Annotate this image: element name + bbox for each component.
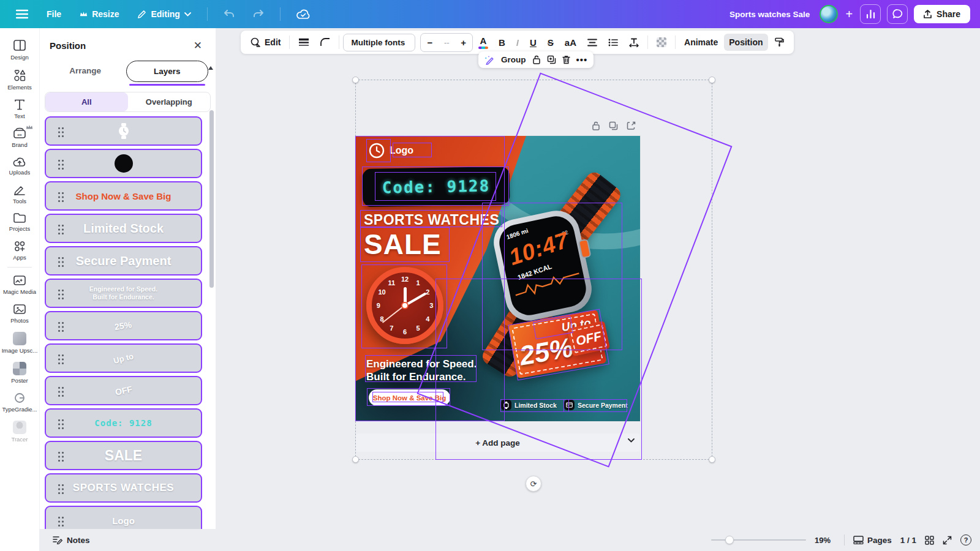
- layer-item-off[interactable]: OFF: [45, 376, 202, 405]
- editing-mode-dropdown[interactable]: Editing: [130, 4, 198, 24]
- rotate-handle[interactable]: ⟳: [526, 476, 541, 492]
- layer-item-code[interactable]: Code: 9128: [45, 408, 202, 438]
- resize-handle-bottom-right[interactable]: [709, 456, 715, 463]
- comments-icon[interactable]: [887, 4, 908, 24]
- sidebar-item-apps[interactable]: Apps: [1, 236, 38, 264]
- sidebar-item-poster[interactable]: Poster: [1, 358, 38, 388]
- fullscreen-icon[interactable]: [943, 536, 952, 545]
- help-button[interactable]: ?: [960, 534, 971, 545]
- copy-style-button[interactable]: [769, 34, 789, 51]
- drag-handle-icon[interactable]: [58, 192, 64, 202]
- add-member-button[interactable]: +: [845, 7, 853, 21]
- lock-icon[interactable]: [592, 121, 600, 130]
- drag-handle-icon[interactable]: [58, 387, 64, 397]
- drag-handle-icon[interactable]: [58, 419, 64, 429]
- poster-logo[interactable]: Logo: [369, 143, 413, 159]
- drag-handle-icon[interactable]: [58, 354, 64, 364]
- close-icon[interactable]: ✕: [194, 40, 202, 51]
- text-align-icon[interactable]: [582, 35, 602, 50]
- border-radius-icon[interactable]: [315, 34, 335, 50]
- layer-item-secure-payment[interactable]: Secure Payment: [45, 246, 202, 276]
- cloud-save-status-icon[interactable]: [289, 4, 317, 24]
- sidebar-item-photos[interactable]: Photos: [1, 299, 38, 328]
- sidebar-item-magic-media[interactable]: Magic Media: [1, 270, 38, 299]
- filter-all[interactable]: All: [45, 92, 128, 111]
- italic-button[interactable]: I: [511, 34, 524, 51]
- duplicate-icon[interactable]: [609, 121, 618, 130]
- text-color-button[interactable]: A: [474, 34, 492, 51]
- resize-handle-top-left[interactable]: [352, 77, 359, 83]
- layer-item-25pct[interactable]: 25%: [45, 311, 202, 340]
- panel-scrollbar[interactable]: [209, 110, 214, 288]
- secure-payment-badge[interactable]: Secure Payment: [564, 400, 628, 410]
- sidebar-item-typegradient[interactable]: TypeGradie...: [1, 388, 38, 416]
- filter-overlapping[interactable]: Overlapping: [128, 92, 211, 111]
- scroll-up-arrow-icon[interactable]: [208, 66, 213, 70]
- share-button[interactable]: Share: [914, 5, 970, 23]
- grid-view-icon[interactable]: [925, 536, 934, 545]
- lock-icon[interactable]: [532, 55, 541, 64]
- drag-handle-icon[interactable]: [58, 127, 64, 137]
- sidebar-item-tools[interactable]: Tools: [1, 179, 38, 208]
- collapse-pages-icon[interactable]: [628, 438, 635, 443]
- sidebar-item-tracer[interactable]: Tracer: [1, 416, 38, 446]
- animate-button[interactable]: Animate: [679, 34, 723, 51]
- more-options-button[interactable]: •••: [576, 54, 588, 65]
- pages-button[interactable]: Pages: [853, 536, 892, 545]
- drag-handle-icon[interactable]: [58, 160, 64, 170]
- bullet-list-icon[interactable]: [603, 35, 623, 50]
- document-title[interactable]: Sports watches Sale: [729, 10, 810, 19]
- zoom-slider-thumb[interactable]: [725, 536, 734, 544]
- undo-button[interactable]: [216, 5, 242, 23]
- font-size-value[interactable]: --: [439, 34, 454, 51]
- add-to-page-icon[interactable]: [627, 121, 636, 130]
- edit-image-button[interactable]: Edit: [246, 34, 285, 51]
- drag-handle-icon[interactable]: [58, 322, 64, 332]
- layer-item-tagline[interactable]: Engineered for Speed.Built for Endurance…: [45, 279, 202, 308]
- position-button[interactable]: Position: [724, 34, 767, 51]
- font-family-dropdown[interactable]: Multiple fonts: [343, 34, 415, 51]
- zoom-slider[interactable]: [711, 536, 806, 544]
- text-spacing-icon[interactable]: [624, 34, 644, 51]
- drag-handle-icon[interactable]: [58, 517, 64, 527]
- layer-item-sports-watches[interactable]: SPORTS WATCHES: [45, 473, 202, 503]
- notes-button[interactable]: Notes: [53, 536, 90, 545]
- font-size-increase[interactable]: +: [454, 34, 472, 51]
- sidebar-item-image-upscaler[interactable]: Image Upsc...: [1, 328, 38, 358]
- layer-item-up-to[interactable]: Up to: [45, 343, 202, 373]
- shop-now-button[interactable]: Shop Now & Save Big: [369, 389, 450, 406]
- resize-button[interactable]: Resize: [72, 4, 126, 24]
- transparency-button[interactable]: [652, 34, 671, 51]
- hamburger-menu-icon[interactable]: [9, 4, 36, 24]
- duplicate-icon[interactable]: [547, 55, 556, 64]
- drag-handle-icon[interactable]: [58, 225, 64, 234]
- avatar[interactable]: [820, 5, 838, 23]
- sidebar-item-text[interactable]: Text: [1, 94, 38, 123]
- bold-button[interactable]: B: [494, 34, 510, 51]
- sidebar-item-brand[interactable]: co Brand: [1, 123, 38, 152]
- layer-item-cta[interactable]: Shop Now & Save Big: [45, 181, 202, 211]
- layer-item-sale[interactable]: SALE: [45, 441, 202, 470]
- text-case-button[interactable]: aA: [560, 34, 581, 51]
- analog-clock[interactable]: 121234567891011: [366, 267, 443, 344]
- tab-arrange[interactable]: Arrange: [45, 61, 126, 82]
- sidebar-item-design[interactable]: Design: [1, 34, 38, 64]
- sidebar-item-uploads[interactable]: Uploads: [1, 152, 38, 179]
- magic-edit-icon[interactable]: [484, 55, 495, 65]
- layer-item-limited-stock[interactable]: Limited Stock: [45, 214, 202, 243]
- underline-button[interactable]: U: [525, 34, 541, 51]
- drag-handle-icon[interactable]: [58, 290, 64, 299]
- strikethrough-button[interactable]: S: [543, 34, 559, 51]
- add-page-button[interactable]: + Add page: [355, 433, 640, 452]
- drag-handle-icon[interactable]: [58, 257, 64, 267]
- file-menu[interactable]: File: [39, 4, 69, 24]
- sidebar-item-elements[interactable]: Elements: [1, 64, 38, 94]
- poster-tagline[interactable]: Engineered for Speed.Built for Endurance…: [366, 358, 477, 384]
- sidebar-item-projects[interactable]: Projects: [1, 208, 38, 236]
- drag-handle-icon[interactable]: [58, 452, 64, 462]
- group-button[interactable]: Group: [501, 55, 526, 64]
- poster-sale-text[interactable]: SALE: [364, 228, 442, 261]
- redo-button[interactable]: [246, 5, 271, 23]
- limited-stock-badge[interactable]: Limited Stock: [501, 400, 557, 410]
- line-weight-icon[interactable]: [293, 34, 314, 50]
